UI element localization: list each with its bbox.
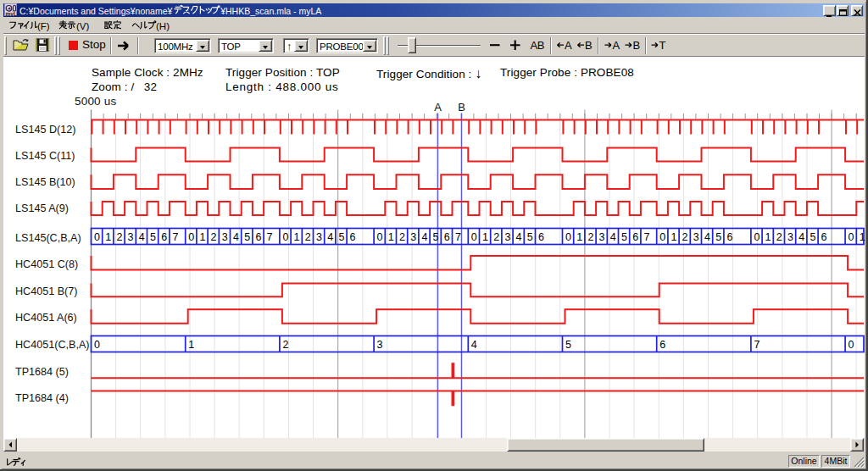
svg-text:6: 6 [726,231,732,243]
svg-text:TP1684 (4): TP1684 (4) [15,392,69,404]
svg-text:1: 1 [576,231,582,243]
svg-text:5: 5 [150,231,156,243]
svg-text:5: 5 [715,231,721,243]
svg-text:4: 4 [704,231,710,243]
svg-text:2: 2 [282,339,288,351]
svg-text:3: 3 [222,231,228,243]
svg-text:2: 2 [399,231,405,243]
svg-text:B: B [458,101,465,114]
svg-text:6: 6 [821,231,827,243]
svg-text:0: 0 [94,339,100,351]
svg-text:4: 4 [421,231,427,243]
svg-text:2: 2 [305,231,311,243]
svg-text:5: 5 [338,231,344,243]
svg-text:0: 0 [282,231,288,243]
svg-text:7: 7 [455,231,461,243]
svg-text:1: 1 [188,339,194,351]
svg-text:6: 6 [444,231,450,243]
svg-text:2: 2 [587,231,593,243]
svg-text:6: 6 [161,231,167,243]
svg-text:0: 0 [565,231,571,243]
svg-text:1: 1 [860,231,865,243]
svg-text:6: 6 [255,231,261,243]
svg-text:5: 5 [527,231,533,243]
svg-text:4: 4 [139,231,145,243]
svg-text:3: 3 [504,231,510,243]
svg-text:HC4051 A(6): HC4051 A(6) [15,312,77,324]
svg-text:1: 1 [482,231,488,243]
svg-text:3: 3 [693,231,699,243]
svg-text:LS145 D(12): LS145 D(12) [15,124,75,136]
svg-text:3: 3 [787,231,793,243]
svg-text:LS145 B(10): LS145 B(10) [15,176,75,188]
svg-text:0: 0 [659,231,665,243]
svg-text:LS145(C,B,A): LS145(C,B,A) [15,232,81,244]
svg-text:HC4051(C,B,A): HC4051(C,B,A) [15,339,90,351]
svg-text:6: 6 [538,231,544,243]
svg-text:2: 2 [116,231,122,243]
svg-text:2: 2 [493,231,499,243]
svg-text:5000 us: 5000 us [75,95,116,108]
svg-text:2: 2 [776,231,782,243]
svg-text:7: 7 [643,231,649,243]
svg-text:1: 1 [388,231,394,243]
svg-text:LS145 A(9): LS145 A(9) [15,202,69,214]
svg-text:1: 1 [765,231,771,243]
svg-text:5: 5 [433,231,439,243]
svg-text:4: 4 [516,231,522,243]
svg-text:7: 7 [267,231,273,243]
svg-text:0: 0 [188,231,194,243]
svg-text:0: 0 [377,231,383,243]
svg-text:3: 3 [410,231,416,243]
svg-text:5: 5 [621,231,627,243]
svg-text:5: 5 [810,231,815,243]
svg-text:0: 0 [94,231,100,243]
svg-text:1: 1 [294,231,300,243]
svg-text:4: 4 [327,231,333,243]
svg-text:3: 3 [377,339,383,351]
svg-text:4: 4 [471,339,477,351]
svg-text:2: 2 [682,231,688,243]
svg-text:4: 4 [610,231,616,243]
svg-text:3: 3 [128,231,134,243]
svg-text:3: 3 [599,231,605,243]
svg-text:0: 0 [754,231,760,243]
svg-text:1: 1 [199,231,205,243]
svg-text:4: 4 [798,231,804,243]
svg-text:HC4051 C(8): HC4051 C(8) [15,258,78,270]
svg-text:2: 2 [211,231,217,243]
svg-text:0: 0 [849,339,854,351]
svg-text:0: 0 [849,231,854,243]
svg-text:7: 7 [172,231,178,243]
svg-text:1: 1 [670,231,676,243]
svg-text:4: 4 [233,231,239,243]
svg-text:7: 7 [754,339,760,351]
svg-text:1: 1 [105,231,111,243]
svg-text:LS145 C(11): LS145 C(11) [15,150,75,162]
svg-text:5: 5 [244,231,250,243]
svg-text:6: 6 [659,339,665,351]
svg-text:0: 0 [471,231,477,243]
svg-text:HC4051 B(7): HC4051 B(7) [15,285,78,297]
svg-text:5: 5 [565,339,571,351]
svg-text:6: 6 [350,231,356,243]
svg-text:6: 6 [632,231,638,243]
svg-text:TP1684 (5): TP1684 (5) [15,366,69,378]
svg-text:3: 3 [316,231,322,243]
svg-text:A: A [434,101,442,114]
